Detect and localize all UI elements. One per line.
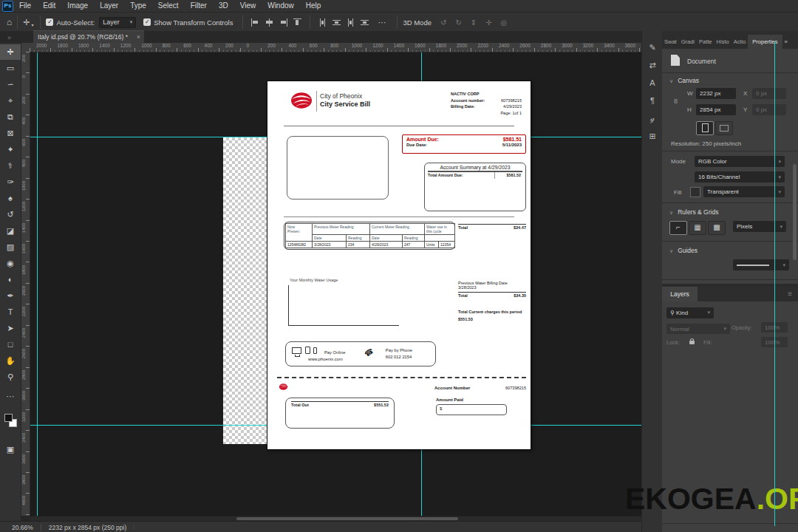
menu-edit[interactable]: Edit xyxy=(37,0,61,12)
menu-filter[interactable]: Filter xyxy=(185,0,213,12)
type-tool[interactable]: T xyxy=(0,304,21,320)
history-brush-tool[interactable]: ↺ xyxy=(0,207,21,222)
glyphs-panel-icon[interactable]: ℊ xyxy=(642,114,663,123)
blur-tool[interactable]: ◉ xyxy=(0,256,21,271)
vertical-ruler[interactable]: 2000200400600800100012001400160018002000… xyxy=(21,52,30,516)
foreground-color-swatch[interactable] xyxy=(4,414,13,422)
auto-select-checkbox[interactable]: ✓ xyxy=(46,18,53,26)
panel-menu-icon[interactable]: ≡ xyxy=(782,35,790,49)
layer-filter-dropdown[interactable]: ⚲ Kind ▾ xyxy=(666,307,714,318)
canvas-w-field[interactable]: 2232 px xyxy=(696,88,736,99)
amount-due-label: Amount Due: xyxy=(406,137,439,142)
home-icon[interactable]: ⌂ xyxy=(7,17,12,27)
distribute-left-edges-icon[interactable] xyxy=(347,18,355,27)
tab-properties[interactable]: Properties xyxy=(748,35,782,49)
bill-document[interactable]: City of Pheonix City Service Bill NACTIV… xyxy=(267,81,531,449)
swap-arrows-icon[interactable]: ⇄ xyxy=(642,61,663,70)
edit-toolbar-icon[interactable]: ⋯ xyxy=(0,389,21,404)
dodge-tool[interactable]: ◐ xyxy=(0,272,21,287)
tab-gradi[interactable]: Gradi xyxy=(679,35,697,49)
orientation-landscape-button[interactable] xyxy=(715,121,733,135)
menu-type[interactable]: Type xyxy=(124,0,152,12)
pen-tool[interactable]: ✒ xyxy=(0,288,21,304)
rulers-grids-section-header[interactable]: ∨Rulers & Grids xyxy=(669,208,718,216)
tool-preset-caret-icon[interactable]: ▾ xyxy=(31,22,33,27)
amount-paid-input[interactable]: $ xyxy=(436,404,507,415)
guide-vertical-left[interactable] xyxy=(37,52,38,516)
distribute-top-edges-icon[interactable] xyxy=(361,18,369,27)
auto-select-target-dropdown[interactable]: Layer▾ xyxy=(99,17,136,28)
character-panel-icon[interactable]: A xyxy=(642,78,663,87)
guide-vertical-right[interactable] xyxy=(774,41,775,526)
status-expand-icon[interactable]: 〉 xyxy=(132,524,137,531)
layers-panel-menu-icon[interactable]: ≡ xyxy=(788,290,792,298)
eraser-tool[interactable]: ◪ xyxy=(0,223,21,239)
crop-tool[interactable]: ⧉ xyxy=(0,109,21,125)
tab-swat[interactable]: Swat xyxy=(662,35,679,49)
gradient-tool[interactable]: ▨ xyxy=(0,239,21,255)
tab-histo[interactable]: Histo xyxy=(715,35,732,49)
tab-actio[interactable]: Actio xyxy=(732,35,748,49)
link-dimensions-icon[interactable]: 8 xyxy=(674,98,678,105)
mode-dropdown[interactable]: RGB Color▾ xyxy=(695,156,785,167)
canvas-h-field[interactable]: 2854 px xyxy=(696,104,736,115)
menu-window[interactable]: Window xyxy=(262,0,300,12)
pay-by-phone-label: Pay by Phone xyxy=(386,348,412,352)
frame-tool[interactable]: ⊠ xyxy=(0,126,21,141)
pixel-grid-button[interactable]: ▩ xyxy=(708,221,726,235)
canvas-section-header[interactable]: ∨Canvas xyxy=(669,77,699,84)
document-tab[interactable]: Italy id.psd @ 20.7% (RGB/16) * × xyxy=(33,30,144,43)
guides-section-header[interactable]: ∨Guides xyxy=(669,247,698,254)
menu-layer[interactable]: Layer xyxy=(94,0,124,12)
fill-swatch[interactable] xyxy=(690,187,700,197)
menu-image[interactable]: Image xyxy=(61,0,94,12)
lasso-tool[interactable]: ∽ xyxy=(0,77,21,92)
move-tool[interactable]: ✛ xyxy=(0,44,21,60)
panel-scrollbar[interactable] xyxy=(793,164,797,260)
distribute-horizontal-icon[interactable] xyxy=(318,18,327,27)
object-selection-tool[interactable]: ⌖ xyxy=(0,93,21,109)
grid-button[interactable]: ▦ xyxy=(689,221,706,235)
eyedropper-tool[interactable]: ✦ xyxy=(0,142,21,157)
clone-stamp-tool[interactable]: ♠ xyxy=(0,191,21,206)
guide-style-dropdown[interactable]: ▾ xyxy=(733,259,789,270)
horizontal-ruler[interactable]: 2000180016001400120010008006004002000200… xyxy=(30,43,641,52)
rectangle-tool[interactable]: □ xyxy=(0,337,21,352)
menu-3d[interactable]: 3D xyxy=(213,0,234,12)
align-left-icon[interactable] xyxy=(251,18,259,27)
paragraph-panel-icon[interactable]: ¶ xyxy=(642,96,663,105)
more-options-icon[interactable]: ⋯ xyxy=(378,18,386,27)
canvas-area[interactable]: City of Pheonix City Service Bill NACTIV… xyxy=(30,52,641,516)
menu-file[interactable]: File xyxy=(13,0,37,12)
align-right-icon[interactable] xyxy=(279,18,287,27)
path-selection-tool[interactable]: ➤ xyxy=(0,321,21,336)
align-top-icon[interactable] xyxy=(293,18,301,27)
lock-all-icon[interactable] xyxy=(689,341,695,344)
libraries-panel-icon[interactable]: ⊞ xyxy=(642,132,663,141)
brush-tool[interactable]: ✑ xyxy=(0,174,21,190)
zoom-level[interactable]: 20.66% xyxy=(12,524,33,531)
fill-dropdown[interactable]: Transparent▾ xyxy=(703,186,785,197)
bit-depth-dropdown[interactable]: 16 Bits/Channel▾ xyxy=(695,171,785,183)
menu-select[interactable]: Select xyxy=(152,0,185,12)
ruler-units-dropdown[interactable]: Pixels▾ xyxy=(733,221,786,232)
tab-patte[interactable]: Patte xyxy=(697,35,715,49)
close-tab-icon[interactable]: × xyxy=(133,33,144,41)
menu-view[interactable]: View xyxy=(234,0,262,12)
pencil-icon[interactable]: ✎ xyxy=(642,43,663,52)
healing-brush-tool[interactable]: ⚕ xyxy=(0,158,21,174)
distribute-vertical-icon[interactable] xyxy=(332,18,341,27)
current-tool-icon[interactable]: ✛ xyxy=(23,18,30,27)
align-center-horizontal-icon[interactable] xyxy=(265,18,273,27)
screen-mode-icon[interactable]: ▣ xyxy=(0,442,21,457)
marquee-tool[interactable]: ▭ xyxy=(0,61,21,76)
tab-collapse-icon[interactable]: » xyxy=(7,34,11,41)
tab-layers[interactable]: Layers xyxy=(662,287,698,301)
orientation-portrait-button[interactable] xyxy=(696,121,714,135)
show-transform-checkbox[interactable]: ✓ xyxy=(143,18,151,26)
ruler-button[interactable]: ⌐ xyxy=(669,221,687,235)
canvas-y-field: 0 px xyxy=(752,104,786,115)
menu-help[interactable]: Help xyxy=(300,0,327,12)
zoom-tool[interactable]: ⚲ xyxy=(0,369,21,385)
hand-tool[interactable]: ✋ xyxy=(0,353,21,369)
